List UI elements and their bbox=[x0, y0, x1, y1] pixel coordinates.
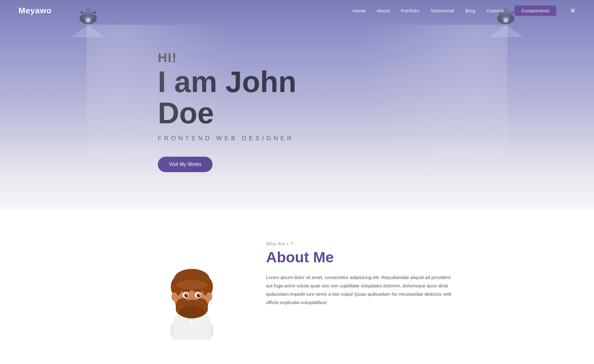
main-nav: Home About Portfolio Testmonial Blog Con… bbox=[353, 6, 575, 16]
svg-point-38 bbox=[171, 292, 178, 301]
svg-marker-8 bbox=[489, 25, 523, 37]
nav-close-button[interactable]: ✕ bbox=[570, 7, 576, 15]
visit-works-button[interactable]: Visit My Works bbox=[158, 157, 213, 172]
hero-name: I am John Doe bbox=[158, 66, 594, 129]
hero-subtitle: FRONTEND WEB DESIGNER bbox=[158, 135, 594, 142]
site-header: Meyawo Home About Portfolio Testmonial B… bbox=[0, 0, 594, 21]
about-illustration bbox=[142, 241, 241, 340]
nav-components[interactable]: Components bbox=[514, 6, 556, 16]
about-title: About Me bbox=[266, 249, 452, 266]
svg-point-32 bbox=[186, 294, 187, 295]
svg-point-30 bbox=[184, 294, 188, 297]
about-content: Who Am I ? About Me Lorem ipsum dolor si… bbox=[266, 235, 452, 307]
nav-testmonial[interactable]: Testmonial bbox=[431, 8, 454, 13]
svg-marker-0 bbox=[71, 25, 105, 37]
hero-section: HI! I am John Doe FRONTEND WEB DESIGNER … bbox=[0, 0, 594, 210]
svg-point-33 bbox=[199, 294, 200, 295]
svg-point-31 bbox=[197, 294, 200, 297]
about-body: Lorem ipsum dolor sit amet, consectetur … bbox=[266, 273, 452, 307]
nav-portfolio[interactable]: Portfolio bbox=[401, 8, 420, 13]
nav-home[interactable]: Home bbox=[353, 8, 366, 13]
svg-point-27 bbox=[176, 280, 207, 290]
svg-point-39 bbox=[206, 292, 212, 301]
site-logo: Meyawo bbox=[19, 6, 52, 15]
nav-about[interactable]: About bbox=[377, 8, 390, 13]
svg-point-37 bbox=[179, 306, 204, 318]
about-who-label: Who Am I ? bbox=[266, 241, 452, 246]
nav-blog[interactable]: Blog bbox=[465, 8, 475, 13]
nav-contact[interactable]: Contact bbox=[486, 8, 503, 13]
about-section: Who Am I ? About Me Lorem ipsum dolor si… bbox=[0, 210, 594, 364]
hero-greeting: HI! bbox=[158, 50, 594, 65]
